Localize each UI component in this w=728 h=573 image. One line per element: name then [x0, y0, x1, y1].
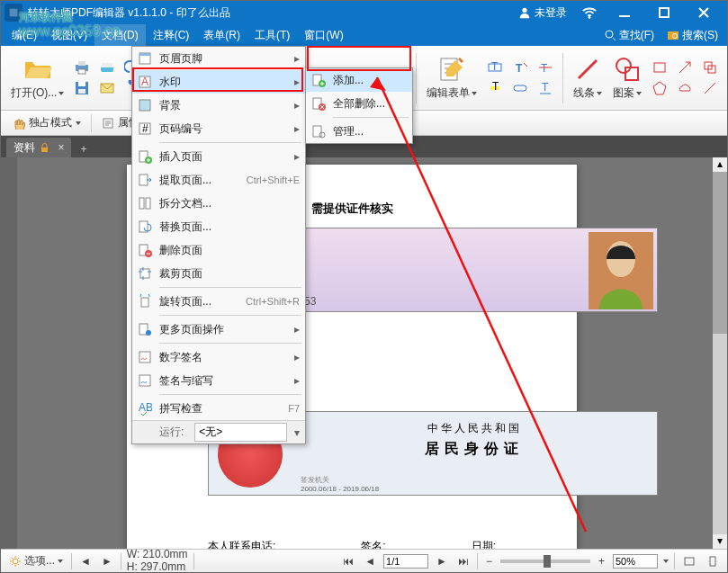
back-button[interactable]: ◄	[77, 554, 94, 569]
sidebar-collapsed[interactable]	[1, 157, 17, 549]
menu-item-wm[interactable]: A水印▸	[132, 70, 305, 94]
email-button[interactable]	[95, 78, 119, 98]
svg-rect-46	[139, 100, 150, 111]
link-button[interactable]	[508, 78, 532, 98]
menu-item-ext[interactable]: 提取页面...Ctrl+Shift+E	[132, 168, 305, 192]
svg-rect-61	[139, 352, 150, 363]
close-button[interactable]	[684, 1, 724, 24]
scanner-icon	[99, 59, 115, 76]
last-page-button[interactable]: ⏭	[455, 554, 472, 569]
fwd-button[interactable]: ►	[99, 554, 115, 569]
highlight-icon: T	[487, 80, 503, 96]
menu-view[interactable]: 视图(V)	[44, 24, 94, 46]
zoom-slider[interactable]	[500, 560, 590, 563]
svg-text:T: T	[491, 60, 499, 73]
search-button[interactable]: 搜索(S)	[661, 28, 724, 43]
hand-icon	[13, 117, 25, 130]
scan-button[interactable]	[95, 58, 119, 77]
svg-rect-68	[313, 126, 321, 137]
menu-item-rep[interactable]: 替换页面...	[132, 215, 305, 238]
svg-rect-23	[514, 85, 526, 91]
zoom-out-button[interactable]: −	[483, 554, 495, 569]
document-view[interactable]: 需提供证件核实 姓名 某 某 性别 民族 出生 住址 2102081988052…	[1, 157, 727, 549]
menu-annotate[interactable]: 注释(C)	[146, 24, 197, 46]
close-tab-button[interactable]: ×	[55, 141, 67, 154]
menu-form[interactable]: 表单(R)	[196, 24, 247, 46]
run-row[interactable]: 运行:<无>▾	[132, 420, 305, 443]
svg-rect-9	[78, 61, 85, 66]
prev-page-button[interactable]: ◄	[362, 554, 378, 569]
document-tab[interactable]: 资料 ×	[6, 138, 71, 157]
svg-line-28	[579, 60, 597, 78]
minimize-button[interactable]	[605, 1, 644, 24]
underline-button[interactable]: T	[534, 78, 557, 98]
shape-cloud[interactable]	[673, 78, 697, 98]
highlight-button[interactable]: T	[483, 78, 507, 98]
zoom-input[interactable]	[613, 554, 658, 569]
new-tab-button[interactable]: ＋	[75, 139, 93, 157]
svg-point-29	[616, 58, 631, 73]
menu-edit[interactable]: 编(E)	[4, 24, 44, 46]
shape-poly[interactable]	[648, 78, 671, 98]
menu-bar: 编(E) 视图(V) 文档(D) 注释(C) 表单(R) 工具(T) 窗口(W)…	[1, 24, 727, 46]
svg-rect-53	[146, 198, 150, 209]
text-button[interactable]: T	[508, 58, 532, 77]
submenu-item-add[interactable]: 添加...	[306, 68, 412, 92]
svg-rect-41	[710, 557, 715, 566]
wifi-icon	[574, 1, 605, 24]
search-label: 搜索(S)	[682, 28, 718, 43]
fit-width-button[interactable]	[680, 554, 698, 569]
text-field-button[interactable]: T	[483, 58, 507, 77]
shape-arrow[interactable]	[673, 58, 697, 77]
print-button[interactable]	[70, 58, 94, 77]
app-icon	[4, 4, 22, 22]
submenu-item-mgr[interactable]: 管理...	[306, 120, 412, 143]
options-button[interactable]: 选项...	[6, 552, 66, 569]
open-button[interactable]: 打开(O)...	[6, 52, 68, 103]
next-page-button[interactable]: ►	[434, 554, 450, 569]
svg-point-39	[13, 559, 18, 564]
svg-point-1	[522, 8, 526, 13]
maximize-button[interactable]	[644, 1, 684, 24]
fit-page-button[interactable]	[704, 554, 722, 569]
menu-item-del[interactable]: 删除页面	[132, 238, 305, 262]
lines-button[interactable]: 线条	[569, 52, 607, 103]
submenu-item-rmall[interactable]: 全部删除...	[306, 92, 412, 115]
save-button[interactable]	[70, 78, 94, 98]
menu-item-spc[interactable]: ABC拼写检查F7	[132, 397, 305, 420]
text-field-icon: T	[487, 59, 503, 76]
menu-item-sab[interactable]: 签名与缩写▸	[132, 369, 305, 392]
footer-sign: 签名:	[361, 539, 385, 549]
menu-window[interactable]: 窗口(W)	[297, 24, 350, 46]
id-photo	[589, 232, 653, 309]
id-valid: 2000.06/18 - 2019.06/18	[301, 485, 648, 493]
shapes-button[interactable]: 图案	[608, 52, 646, 103]
zoom-in-button[interactable]: +	[596, 554, 607, 569]
menu-item-rot[interactable]: 旋转页面...Ctrl+Shift+R	[132, 290, 305, 313]
find-button[interactable]: 查找(F)	[598, 28, 660, 43]
strikethrough-button[interactable]: T	[534, 58, 557, 77]
shape-rect[interactable]	[648, 58, 671, 77]
menu-item-spl[interactable]: 拆分文档...	[132, 192, 305, 215]
menu-item-crp[interactable]: 裁剪页面	[132, 262, 305, 285]
menu-tools[interactable]: 工具(T)	[247, 24, 297, 46]
scrollbar-vertical[interactable]: ▴ ▾	[713, 157, 727, 549]
menu-item-ins[interactable]: 插入页面▸	[132, 145, 305, 168]
svg-rect-51	[139, 175, 148, 185]
login-button[interactable]: 未登录	[511, 1, 574, 24]
exclusive-mode-button[interactable]: 独占模式	[6, 112, 87, 133]
edit-form-button[interactable]: 编辑表单	[422, 52, 481, 103]
svg-rect-52	[139, 198, 144, 209]
find-label: 查找(F)	[619, 28, 654, 43]
shape-line2[interactable]	[698, 78, 722, 98]
svg-text:ABC: ABC	[139, 401, 152, 414]
menu-item-more[interactable]: 更多页面操作▸	[132, 318, 305, 341]
shape-crop[interactable]	[698, 58, 722, 77]
menu-item-hf[interactable]: 页眉页脚▸	[132, 47, 305, 70]
menu-document[interactable]: 文档(D)	[94, 24, 146, 46]
first-page-button[interactable]: ⏮	[340, 554, 356, 569]
menu-item-sig[interactable]: 数字签名▸	[132, 345, 305, 369]
page-input[interactable]	[383, 554, 428, 569]
menu-item-bg[interactable]: 背景▸	[132, 94, 305, 117]
menu-item-pn[interactable]: #页码编号▸	[132, 117, 305, 140]
